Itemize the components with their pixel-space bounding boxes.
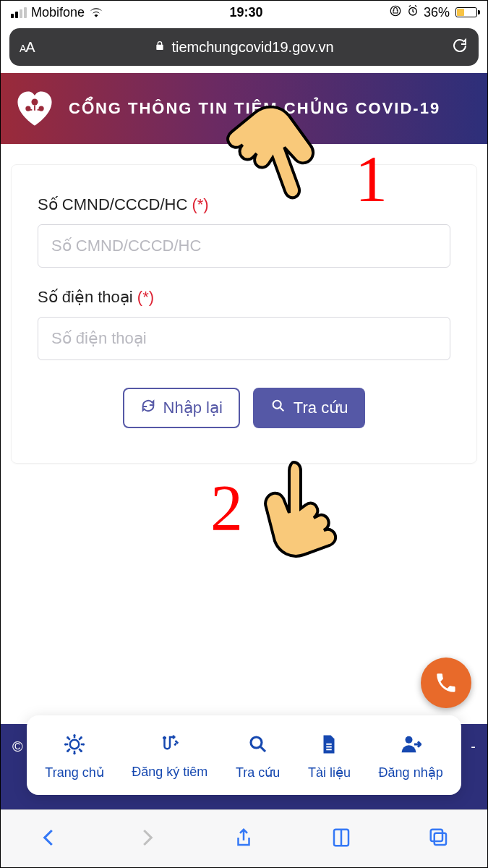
alarm-icon bbox=[406, 4, 419, 21]
svg-point-11 bbox=[67, 736, 69, 739]
phone-label: Số điện thoại (*) bbox=[38, 288, 450, 307]
document-icon bbox=[318, 733, 340, 759]
share-button[interactable] bbox=[233, 827, 254, 851]
logo-icon bbox=[14, 88, 56, 129]
search-icon bbox=[270, 398, 286, 418]
svg-point-14 bbox=[67, 749, 69, 752]
safari-toolbar bbox=[1, 809, 487, 867]
forward-button[interactable] bbox=[136, 827, 158, 851]
nav-lookup[interactable]: Tra cứu bbox=[236, 733, 280, 780]
svg-point-13 bbox=[80, 736, 82, 739]
virus-icon bbox=[64, 733, 85, 759]
orientation-lock-icon bbox=[389, 4, 402, 21]
wifi-icon bbox=[89, 5, 103, 20]
tabs-button[interactable] bbox=[428, 827, 450, 851]
svg-point-2 bbox=[31, 98, 38, 105]
svg-point-5 bbox=[273, 401, 281, 409]
syringe-icon bbox=[159, 733, 181, 759]
svg-point-7 bbox=[73, 733, 75, 736]
battery-icon bbox=[455, 7, 477, 17]
nav-docs[interactable]: Tài liệu bbox=[308, 733, 351, 780]
nav-login[interactable]: Đăng nhập bbox=[379, 733, 443, 780]
url-text: tiemchungcovid19.gov.vn bbox=[171, 39, 333, 56]
site-header: CỔNG THÔNG TIN TIÊM CHỦNG COVID-19 bbox=[1, 73, 487, 144]
bookmarks-button[interactable] bbox=[330, 827, 352, 851]
svg-point-6 bbox=[70, 739, 80, 749]
id-label: Số CMND/CCCD/HC (*) bbox=[38, 195, 450, 214]
svg-point-16 bbox=[406, 736, 413, 743]
svg-point-10 bbox=[82, 743, 85, 745]
svg-rect-18 bbox=[430, 829, 442, 841]
carrier-label: Mobifone bbox=[31, 5, 85, 20]
clock: 19:30 bbox=[229, 5, 262, 20]
id-input[interactable] bbox=[38, 224, 450, 268]
nav-home[interactable]: Trang chủ bbox=[45, 733, 103, 780]
refresh-icon bbox=[140, 398, 156, 418]
search-button[interactable]: Tra cứu bbox=[253, 388, 366, 428]
nav-register[interactable]: Đăng ký tiêm bbox=[132, 733, 207, 780]
svg-point-12 bbox=[80, 749, 82, 752]
svg-point-9 bbox=[64, 743, 67, 745]
cell-signal-icon bbox=[11, 7, 27, 18]
phone-input[interactable] bbox=[38, 317, 450, 360]
url-bar[interactable]: AA tiemchungcovid19.gov.vn bbox=[9, 28, 479, 66]
status-bar: Mobifone 19:30 36% bbox=[1, 1, 487, 24]
text-size-button[interactable]: AA bbox=[20, 39, 35, 56]
svg-rect-17 bbox=[434, 833, 445, 844]
lock-icon bbox=[154, 40, 166, 54]
app-nav: Trang chủ Đăng ký tiêm Tra cứu Tài liệu … bbox=[27, 715, 461, 795]
reload-button[interactable] bbox=[451, 37, 468, 58]
svg-point-8 bbox=[73, 752, 75, 754]
reset-button[interactable]: Nhập lại bbox=[123, 388, 240, 428]
search-icon bbox=[247, 733, 269, 759]
site-title: CỔNG THÔNG TIN TIÊM CHỦNG COVID-19 bbox=[69, 99, 440, 118]
call-fab[interactable] bbox=[421, 658, 471, 708]
footer-right-fragment: - bbox=[471, 739, 476, 755]
copyright: © bbox=[12, 739, 23, 755]
back-button[interactable] bbox=[38, 827, 60, 851]
lookup-form: Số CMND/CCCD/HC (*) Số điện thoại (*) Nh… bbox=[11, 164, 477, 464]
battery-pct: 36% bbox=[424, 5, 450, 20]
svg-point-15 bbox=[251, 737, 262, 748]
user-login-icon bbox=[400, 733, 421, 759]
